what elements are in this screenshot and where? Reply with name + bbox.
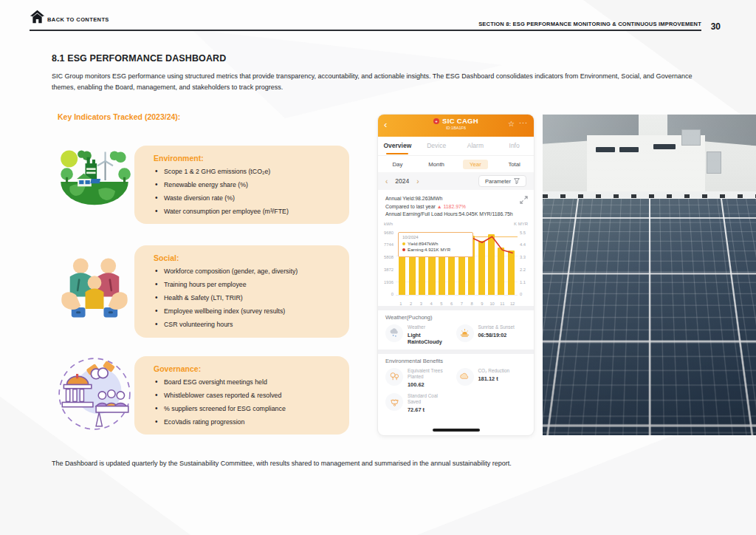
weather-label: Weather bbox=[408, 324, 441, 330]
plant-title: SIC CAGH bbox=[442, 117, 478, 125]
list-item: Board ESG oversight meetings held bbox=[154, 375, 339, 389]
star-icon[interactable]: ☆ bbox=[508, 120, 515, 128]
yield-dot bbox=[402, 242, 405, 245]
list-item: Waste diversion rate (%) bbox=[154, 191, 339, 205]
period-tab-bar: Day Month Year Total bbox=[378, 156, 534, 172]
trees-benefit: Equivalent Trees Planted 100.62 bbox=[385, 368, 456, 388]
back-to-contents-link[interactable]: BACK TO CONTENTS bbox=[30, 9, 109, 24]
axis-tick: 9680 bbox=[378, 231, 394, 235]
tooltip-yield: Yield:8947kWh bbox=[408, 241, 438, 248]
sunrise-item: Sunrise & Sunset 06:58/19:02 bbox=[456, 324, 527, 345]
coal-cart-icon bbox=[385, 393, 403, 411]
tab-device[interactable]: Device bbox=[417, 137, 456, 155]
list-item: CSR volunteering hours bbox=[154, 318, 339, 331]
solar-app-screenshot: ‹ + SIC CAGH ID:1BA1F6 ☆ ··· Overview De… bbox=[378, 115, 534, 435]
axis-tick: 3872 bbox=[378, 268, 394, 272]
plot-area: 10/2024 Yield:8947kWh Earning:4.921K MYR bbox=[396, 230, 518, 296]
annual-yield: Annual Yield:98.263MWh bbox=[385, 195, 526, 203]
tab-alarm[interactable]: Alarm bbox=[456, 137, 495, 155]
tooltip-date: 10/2024 bbox=[402, 235, 469, 239]
axis-tick: 2 bbox=[406, 301, 416, 306]
list-item: Scope 1 & 2 GHG emissions (tCO₂e) bbox=[154, 165, 339, 178]
app-tab-bar: Overview Device Alarm Info bbox=[378, 137, 534, 156]
page-title: 8.1 ESG PERFORMANCE DASHBOARD bbox=[52, 53, 226, 64]
axis-tick: 7 bbox=[457, 301, 467, 306]
axis-tick: 1936 bbox=[378, 281, 394, 284]
more-menu-icon[interactable]: ··· bbox=[519, 119, 528, 126]
environment-list: Scope 1 & 2 GHG emissions (tCO₂e) Renewa… bbox=[154, 165, 339, 218]
axis-tick: 1.1 bbox=[520, 281, 534, 284]
yield-chart: kWh K MYR 968077445808387219360 10/2024 … bbox=[378, 222, 534, 306]
social-box: Social: Workforce composition (gender, a… bbox=[134, 245, 349, 338]
annual-earning: Annual Earning/Full Load Hours:54.045K M… bbox=[385, 211, 526, 219]
social-title: Social: bbox=[154, 253, 339, 262]
page-number: 30 bbox=[711, 21, 721, 32]
axis-tick: 11 bbox=[498, 301, 508, 306]
right-axis-ticks: 5.54.43.32.21.10 bbox=[518, 230, 534, 296]
co2-label: CO₂ Reduction bbox=[478, 368, 523, 374]
list-item: Workforce composition (gender, age, dive… bbox=[154, 265, 339, 278]
chart-tooltip: 10/2024 Yield:8947kWh Earning:4.921K MYR bbox=[398, 232, 473, 257]
coal-label: Standard Coal Saved bbox=[408, 393, 452, 405]
list-item: Whistleblower cases reported & resolved bbox=[154, 389, 339, 402]
list-item: Training hours per employee bbox=[154, 278, 339, 291]
axis-tick: 3 bbox=[416, 301, 427, 306]
environment-title: Environment: bbox=[154, 154, 339, 163]
section-label: SECTION 8: ESG PERFORMANCE MONITORING & … bbox=[478, 21, 701, 27]
list-item: EcoVadis rating progression bbox=[154, 415, 339, 429]
back-to-contents-label: BACK TO CONTENTS bbox=[47, 16, 109, 24]
next-year-icon[interactable]: › bbox=[416, 177, 419, 185]
list-item: Water consumption per employee (m³/FTE) bbox=[154, 205, 339, 218]
social-list: Workforce composition (gender, age, dive… bbox=[154, 265, 339, 331]
axis-tick: 4 bbox=[426, 301, 436, 306]
filter-icon bbox=[514, 178, 520, 184]
left-axis-ticks: 968077445808387219360 bbox=[378, 230, 396, 296]
period-month[interactable]: Month bbox=[417, 161, 456, 168]
x-axis-labels: 123456789101112 bbox=[396, 301, 518, 306]
axis-tick: 0 bbox=[520, 293, 534, 296]
app-header: ‹ + SIC CAGH ID:1BA1F6 ☆ ··· bbox=[378, 115, 534, 137]
list-item: Renewable energy share (%) bbox=[154, 178, 339, 191]
trees-label: Equivalent Trees Planted bbox=[408, 368, 452, 380]
axis-tick: 7744 bbox=[378, 243, 394, 247]
parameter-button[interactable]: Parameter bbox=[478, 175, 526, 187]
expand-icon[interactable] bbox=[520, 196, 528, 204]
axis-tick: 4.4 bbox=[520, 243, 534, 247]
weather-item: Weather Light RaintoCloudy bbox=[385, 324, 456, 345]
axis-tick: 9 bbox=[477, 301, 487, 306]
tab-overview[interactable]: Overview bbox=[378, 137, 417, 155]
axis-tick: 2.2 bbox=[520, 268, 534, 272]
page-header: BACK TO CONTENTS SECTION 8: ESG PERFORMA… bbox=[0, 0, 756, 34]
list-item: Employee wellbeing index (survey results… bbox=[154, 304, 339, 318]
weather-value: Light RaintoCloudy bbox=[408, 332, 441, 345]
axis-tick: 10 bbox=[487, 301, 498, 306]
tab-info[interactable]: Info bbox=[495, 137, 534, 155]
axis-tick: 12 bbox=[507, 301, 518, 306]
yoy-delta: ▲ 1182.97% bbox=[437, 204, 466, 209]
left-axis-label: kWh bbox=[384, 222, 393, 226]
governance-list: Board ESG oversight meetings held Whistl… bbox=[154, 375, 339, 429]
governance-box: Governance: Board ESG oversight meetings… bbox=[134, 356, 349, 435]
prev-year-icon[interactable]: ‹ bbox=[385, 177, 388, 185]
period-year[interactable]: Year bbox=[456, 161, 495, 168]
axis-tick: 1 bbox=[396, 301, 406, 306]
axis-tick: 6 bbox=[447, 301, 457, 306]
list-item: % suppliers screened for ESG compliance bbox=[154, 402, 339, 415]
header-rule bbox=[30, 30, 701, 31]
co2-value: 181.12 t bbox=[478, 375, 523, 382]
weather-heading: Weather(Puchong) bbox=[385, 314, 526, 321]
benefits-heading: Environmental Benefits bbox=[385, 358, 526, 364]
alert-badge-icon: + bbox=[433, 118, 439, 124]
green-earth-icon bbox=[53, 135, 136, 225]
governance-icon bbox=[53, 350, 136, 437]
environment-group: Environment: Scope 1 & 2 GHG emissions (… bbox=[52, 135, 351, 225]
year-value: 2024 bbox=[395, 177, 409, 185]
axis-tick: 5808 bbox=[378, 256, 394, 259]
period-total[interactable]: Total bbox=[495, 161, 534, 168]
sunrise-icon bbox=[456, 324, 474, 342]
photo-buildings bbox=[543, 115, 756, 197]
axis-tick: 3.3 bbox=[520, 256, 534, 259]
governance-title: Governance: bbox=[154, 364, 339, 373]
period-day[interactable]: Day bbox=[378, 161, 417, 168]
key-indicators-heading: Key Indicators Tracked (2023/24): bbox=[58, 112, 180, 121]
